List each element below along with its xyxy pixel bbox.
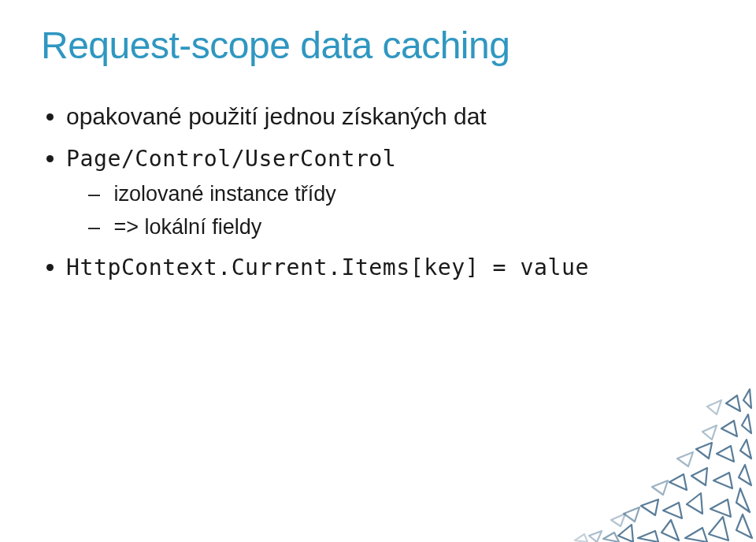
svg-marker-15 (740, 440, 751, 458)
svg-marker-26 (702, 425, 717, 440)
svg-marker-27 (707, 400, 721, 414)
sub-text: => lokální fieldy (114, 215, 262, 239)
svg-marker-29 (611, 514, 625, 526)
svg-marker-19 (721, 421, 737, 436)
sub-list: izolované instance třídy => lokální fiel… (66, 178, 715, 244)
svg-marker-23 (624, 507, 639, 522)
svg-marker-10 (641, 499, 658, 515)
svg-marker-0 (736, 514, 752, 538)
svg-marker-11 (739, 465, 751, 485)
svg-marker-6 (736, 488, 750, 512)
bullet-item: Page/Control/UserControl izolované insta… (66, 140, 715, 244)
bullet-item: HttpContext.Current.Items[key] = value (66, 249, 715, 286)
slide: Request-scope data caching opakované pou… (0, 0, 756, 542)
svg-marker-1 (709, 517, 728, 540)
svg-marker-18 (742, 414, 751, 433)
svg-marker-9 (663, 503, 682, 518)
svg-marker-5 (618, 525, 633, 542)
svg-marker-8 (687, 493, 702, 514)
svg-marker-12 (713, 473, 732, 488)
svg-marker-2 (685, 528, 707, 542)
svg-marker-3 (662, 520, 679, 540)
svg-marker-7 (710, 499, 731, 517)
triangle-pattern-icon (425, 337, 756, 542)
sub-text: izolované instance třídy (114, 182, 336, 206)
svg-marker-24 (652, 481, 668, 495)
svg-marker-28 (589, 531, 602, 542)
svg-marker-30 (575, 534, 587, 542)
svg-marker-16 (717, 446, 734, 462)
svg-marker-17 (696, 443, 712, 458)
bullet-list: opakované použití jednou získaných dat P… (49, 98, 715, 285)
svg-marker-25 (677, 452, 693, 466)
bullet-text: opakované použití jednou získaných dat (66, 103, 487, 129)
bullet-code: Page/Control/UserControl (66, 146, 396, 172)
svg-marker-22 (603, 533, 619, 542)
bullet-item: opakované použití jednou získaných dat (66, 98, 715, 136)
slide-title: Request-scope data caching (41, 24, 715, 67)
svg-marker-4 (638, 531, 658, 542)
svg-marker-14 (669, 474, 687, 490)
bullet-code: HttpContext.Current.Items[key] = value (66, 254, 589, 280)
svg-marker-20 (743, 389, 751, 408)
svg-marker-13 (691, 468, 707, 485)
svg-marker-21 (726, 395, 740, 411)
sub-item: izolované instance třídy (88, 178, 715, 211)
sub-item: => lokální fieldy (88, 211, 715, 244)
